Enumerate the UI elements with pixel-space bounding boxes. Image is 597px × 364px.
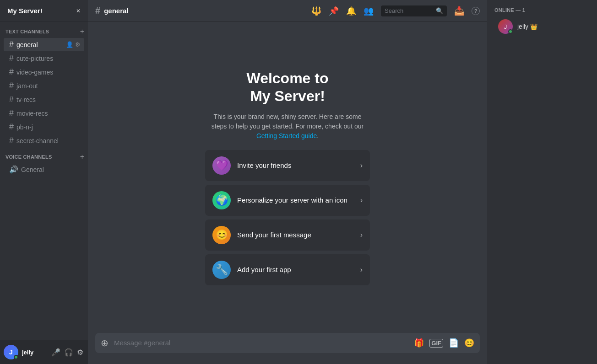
channel-hash-icon: #	[9, 40, 14, 49]
channel-name: tv-recs	[16, 96, 36, 103]
upload-icon[interactable]: 📄	[449, 338, 459, 348]
channels-list: TEXT CHANNELS + # general 👤 ⚙ # cute-pic…	[0, 22, 88, 340]
channel-hash-icon: #	[9, 122, 14, 132]
welcome-title: Welcome to My Server!	[205, 70, 370, 105]
channel-tv-recs[interactable]: # tv-recs	[4, 93, 84, 106]
channel-name: general	[16, 41, 38, 48]
voice-channel-general[interactable]: 🔊 General	[4, 163, 84, 176]
text-channels-label: TEXT CHANNELS	[5, 29, 49, 34]
text-channels-header[interactable]: TEXT CHANNELS +	[0, 26, 88, 37]
emoji-icon[interactable]: 😊	[464, 338, 474, 348]
right-panel: ONLINE — 1 J jelly 👑	[487, 0, 597, 364]
channel-cute-pictures[interactable]: # cute-pictures	[4, 52, 84, 65]
channel-name: secret-channel	[16, 137, 59, 145]
voice-channel-icon: 🔊	[9, 165, 18, 174]
search-bar[interactable]: 🔍	[381, 5, 447, 16]
channel-hash-icon: #	[95, 5, 100, 16]
user-controls: 🎤 🎧 ⚙	[50, 347, 84, 358]
action-card-arrow-message: ›	[360, 231, 363, 239]
channel-action-icons: 👤 ⚙	[66, 41, 81, 48]
getting-started-link[interactable]: Getting Started guide	[256, 132, 317, 139]
gift-icon[interactable]: 🎁	[414, 338, 424, 348]
add-voice-channel-button[interactable]: +	[80, 153, 84, 161]
pin-icon[interactable]: 📌	[329, 6, 339, 16]
message-add-button[interactable]: ⊕	[101, 337, 109, 348]
voice-channels-section: VOICE CHANNELS + 🔊 General	[0, 151, 88, 176]
action-card-invite[interactable]: 💜 Invite your friends ›	[205, 150, 370, 181]
member-status-dot	[508, 29, 513, 34]
chat-area: Welcome to My Server! This is your brand…	[88, 22, 487, 364]
channel-name: video-games	[16, 69, 53, 76]
channel-hash-icon: #	[9, 81, 14, 91]
channel-hash-icon: #	[9, 54, 14, 63]
member-badge-crown: 👑	[530, 23, 537, 30]
channel-name: jam-out	[16, 82, 38, 90]
server-header[interactable]: My Server! ✕	[0, 0, 88, 22]
channel-settings-icon[interactable]: ⚙	[75, 41, 81, 48]
channel-name: movie-recs	[16, 110, 48, 117]
server-dropdown-icon: ✕	[76, 8, 81, 14]
members-icon[interactable]: 👥	[364, 6, 374, 16]
boost-icon[interactable]: 🔱	[311, 6, 321, 16]
voice-channels-header[interactable]: VOICE CHANNELS +	[0, 151, 88, 163]
channel-hash-icon: #	[9, 108, 14, 118]
user-info: jelly	[22, 349, 50, 356]
gif-icon[interactable]: GIF	[429, 339, 443, 348]
welcome-title-line2: My Server!	[250, 88, 325, 104]
action-card-label-app: Add your first app	[237, 266, 360, 273]
welcome-container: Welcome to My Server! This is your brand…	[196, 60, 379, 294]
channel-jam-out[interactable]: # jam-out	[4, 79, 84, 92]
channel-general[interactable]: # general 👤 ⚙	[4, 38, 84, 51]
top-bar-actions: 🔱 📌 🔔 👥 🔍 📥 ?	[311, 5, 480, 16]
user-panel: J jelly 🎤 🎧 ⚙	[0, 340, 88, 364]
search-icon: 🔍	[436, 7, 443, 14]
action-card-label-message: Send your first message	[237, 231, 360, 239]
member-item-jelly[interactable]: J jelly 👑	[491, 16, 593, 37]
channel-pb-n-j[interactable]: # pb-n-j	[4, 120, 84, 134]
action-card-icon-app: 🔧	[212, 261, 231, 279]
action-card-label-personalize: Personalize your server with an icon	[237, 196, 360, 204]
text-channels-section: TEXT CHANNELS + # general 👤 ⚙ # cute-pic…	[0, 26, 88, 147]
deafen-icon[interactable]: 🎧	[63, 347, 74, 358]
help-icon[interactable]: ?	[472, 7, 480, 15]
mute-icon[interactable]: 🎤	[50, 347, 61, 358]
user-settings-icon[interactable]: ⚙	[76, 347, 84, 358]
server-name: My Server!	[7, 7, 43, 15]
action-card-icon-invite: 💜	[212, 156, 231, 175]
channel-name: pb-n-j	[16, 123, 33, 131]
channel-add-user-icon[interactable]: 👤	[66, 41, 73, 48]
username-label: jelly	[22, 349, 50, 356]
voice-channel-name: General	[21, 166, 44, 173]
welcome-description: This is your brand new, shiny server. He…	[205, 112, 370, 141]
sidebar: My Server! ✕ TEXT CHANNELS + # general 👤…	[0, 0, 88, 364]
messages-area: Welcome to My Server! This is your brand…	[88, 22, 487, 333]
action-cards: 💜 Invite your friends › 🌍 Personalize yo…	[205, 150, 370, 285]
search-input[interactable]	[385, 7, 433, 14]
main-content: # general 🔱 📌 🔔 👥 🔍 📥 ?	[88, 0, 487, 364]
channel-hash-icon: #	[9, 67, 14, 77]
add-text-channel-button[interactable]: +	[80, 27, 84, 36]
member-name: jelly	[517, 23, 528, 30]
top-bar: # general 🔱 📌 🔔 👥 🔍 📥 ?	[88, 0, 487, 22]
user-status-dot	[14, 355, 18, 359]
user-avatar-wrapper: J	[4, 345, 18, 359]
message-tools: 🎁 GIF 📄 😊	[414, 338, 474, 348]
action-card-app[interactable]: 🔧 Add your first app ›	[205, 254, 370, 285]
message-input[interactable]	[114, 338, 410, 348]
action-card-label-invite: Invite your friends	[237, 161, 360, 169]
action-card-personalize[interactable]: 🌍 Personalize your server with an icon ›	[205, 185, 370, 216]
channel-name-label: general	[104, 7, 128, 15]
action-card-arrow-invite: ›	[360, 161, 363, 170]
message-input-area: ⊕ 🎁 GIF 📄 😊	[88, 333, 487, 364]
channel-movie-recs[interactable]: # movie-recs	[4, 107, 84, 120]
member-avatar-wrapper: J	[498, 19, 513, 34]
channel-name: cute-pictures	[16, 55, 53, 62]
channel-hash-icon: #	[9, 136, 14, 145]
action-card-message[interactable]: 😊 Send your first message ›	[205, 219, 370, 251]
action-card-icon-message: 😊	[212, 226, 231, 244]
mention-icon[interactable]: 🔔	[346, 6, 356, 16]
inbox-icon[interactable]: 📥	[454, 6, 464, 16]
message-input-box: ⊕ 🎁 GIF 📄 😊	[95, 333, 480, 353]
channel-video-games[interactable]: # video-games	[4, 65, 84, 79]
channel-secret-channel[interactable]: # secret-channel	[4, 134, 84, 147]
